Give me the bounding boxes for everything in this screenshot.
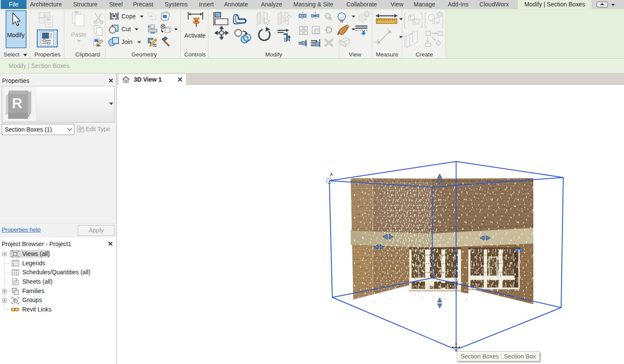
- svg-text:Join: Join: [121, 38, 133, 45]
- svg-text:Activate: Activate: [184, 32, 206, 39]
- svg-text:Cut: Cut: [121, 26, 131, 32]
- svg-text:Properties: Properties: [34, 51, 61, 58]
- svg-text:Select: Select: [3, 51, 20, 58]
- svg-text:Create: Create: [416, 51, 433, 58]
- svg-text:Modify: Modify: [7, 32, 24, 38]
- svg-text:Modify: Modify: [265, 51, 282, 58]
- svg-text:R: R: [12, 95, 23, 111]
- svg-text:View: View: [349, 51, 361, 58]
- svg-text:Measure: Measure: [376, 51, 399, 58]
- svg-text:Clipboard: Clipboard: [75, 51, 100, 58]
- svg-text:Geometry: Geometry: [131, 51, 157, 58]
- svg-text:Paste: Paste: [71, 31, 86, 38]
- svg-text:Cope: Cope: [121, 13, 136, 20]
- svg-text:Controls: Controls: [184, 51, 206, 58]
